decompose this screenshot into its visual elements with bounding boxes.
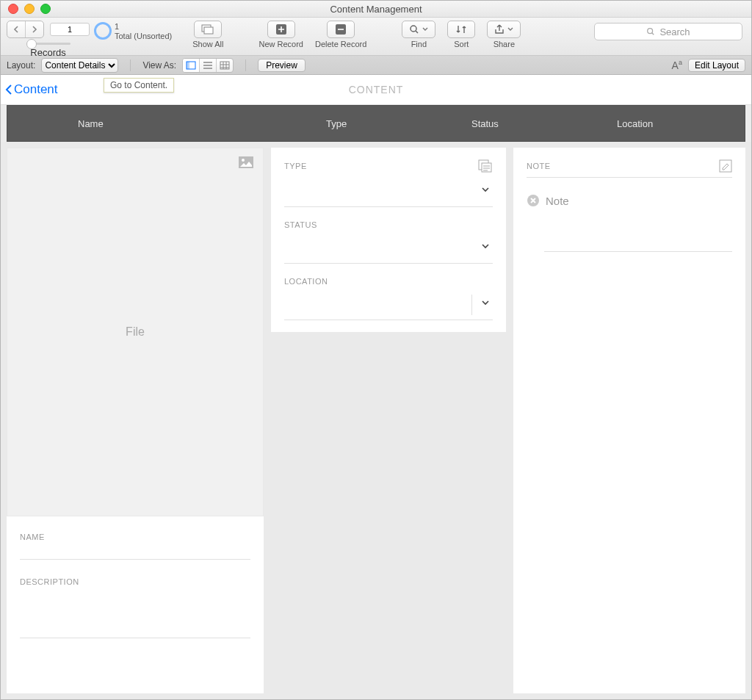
- note-input[interactable]: [544, 251, 732, 252]
- type-label: TYPE: [284, 162, 307, 170]
- svg-point-5: [648, 29, 653, 34]
- panel-left: File NAME DESCRIPTION: [7, 148, 264, 693]
- content-header-band: Name Type Status Location: [7, 105, 745, 142]
- edit-note-button[interactable]: [719, 159, 732, 173]
- plus-icon: [275, 24, 287, 35]
- edit-icon: [719, 159, 732, 173]
- sort-label: Sort: [454, 40, 469, 48]
- share-icon: [494, 24, 505, 35]
- viewas-segment: [182, 58, 234, 73]
- record-nav-segment: [7, 21, 44, 38]
- stack-icon: [201, 24, 214, 35]
- main-toolbar: Records 1 Total (Unsorted) Show All New …: [1, 18, 751, 56]
- view-list-button[interactable]: [200, 59, 216, 72]
- tooltip: Go to Content.: [104, 78, 174, 93]
- image-icon: [238, 156, 254, 169]
- view-table-button[interactable]: [217, 59, 233, 72]
- col-status: Status: [458, 118, 604, 129]
- name-label: NAME: [20, 533, 250, 541]
- delete-record-group: Delete Record: [315, 21, 366, 48]
- table-view-icon: [220, 61, 230, 70]
- chevron-down-icon: [481, 242, 490, 250]
- chevron-down-icon: [481, 186, 490, 193]
- type-detail-icon[interactable]: [478, 159, 493, 173]
- total-label: Total (Unsorted): [115, 32, 172, 41]
- show-all-button[interactable]: [194, 21, 222, 38]
- layout-label: Layout:: [7, 60, 35, 71]
- share-button[interactable]: [487, 21, 521, 38]
- left-fields: NAME DESCRIPTION: [7, 516, 264, 693]
- sort-button[interactable]: [447, 21, 475, 38]
- layout-bar: Layout: Content Details View As: Preview…: [1, 56, 751, 75]
- edit-layout-button[interactable]: Edit Layout: [688, 59, 745, 72]
- search-icon: [646, 27, 655, 36]
- view-form-button[interactable]: [183, 59, 199, 72]
- note-placeholder: Note: [546, 195, 569, 207]
- find-label: Find: [411, 40, 427, 48]
- chevron-down-icon: [507, 26, 513, 32]
- note-row: Note: [527, 194, 732, 207]
- app-window: Content Management Records 1: [0, 0, 752, 700]
- col-type: Type: [313, 118, 458, 129]
- find-group: Find: [402, 21, 435, 48]
- records-nav: Records: [7, 21, 90, 58]
- minus-icon: [335, 24, 347, 35]
- nav-row: Content CONTENT Go to Content.: [1, 75, 751, 105]
- svg-point-4: [411, 26, 416, 32]
- show-all-label: Show All: [192, 40, 223, 48]
- search-placeholder: Search: [659, 26, 690, 37]
- show-all-group: Show All: [192, 21, 223, 48]
- svg-rect-7: [187, 62, 189, 69]
- svg-point-10: [242, 159, 245, 162]
- find-button[interactable]: [402, 21, 435, 38]
- type-dropdown[interactable]: [284, 177, 493, 207]
- new-record-label: New Record: [258, 40, 303, 48]
- col-name: Name: [65, 118, 313, 129]
- preview-button[interactable]: Preview: [258, 59, 306, 72]
- format-icon[interactable]: Aa: [672, 59, 682, 71]
- record-number-input[interactable]: [50, 23, 90, 36]
- search-icon: [409, 24, 419, 35]
- record-prev-button[interactable]: [7, 21, 25, 37]
- list-view-icon: [203, 61, 213, 70]
- panel-right: NOTE Note: [513, 148, 745, 693]
- chevron-down-icon: [422, 26, 428, 32]
- search-input[interactable]: Search: [594, 23, 742, 40]
- delete-note-button[interactable]: [527, 194, 540, 207]
- delete-record-label: Delete Record: [315, 40, 366, 48]
- pie-icon[interactable]: [94, 22, 112, 40]
- share-group: Share: [487, 21, 521, 48]
- svg-rect-1: [204, 27, 213, 34]
- content-body: File NAME DESCRIPTION TYPE STATUS: [1, 142, 751, 699]
- share-label: Share: [494, 40, 515, 48]
- layout-select[interactable]: Content Details: [41, 58, 118, 73]
- close-icon: [527, 194, 540, 207]
- status-dropdown[interactable]: [284, 234, 493, 264]
- form-view-icon: [186, 61, 196, 70]
- new-record-group: New Record: [258, 21, 303, 48]
- titlebar: Content Management: [1, 1, 751, 18]
- location-dropdown[interactable]: [284, 290, 493, 320]
- found-set-indicator: 1 Total (Unsorted): [94, 21, 172, 41]
- status-label: STATUS: [284, 220, 493, 229]
- panel-mid: TYPE STATUS LOCATION: [271, 148, 506, 332]
- svg-rect-13: [720, 160, 731, 172]
- record-slider[interactable]: [26, 40, 70, 47]
- delete-record-button[interactable]: [327, 21, 355, 38]
- description-input[interactable]: [20, 638, 250, 638]
- viewas-label: View As:: [142, 60, 176, 71]
- new-record-button[interactable]: [267, 21, 295, 38]
- total-count: 1: [115, 22, 172, 32]
- file-placeholder: File: [126, 325, 145, 339]
- sort-icon: [455, 24, 467, 35]
- window-title: Content Management: [1, 4, 751, 15]
- file-container[interactable]: File: [7, 148, 264, 516]
- chevron-down-icon: [481, 299, 490, 306]
- location-label: LOCATION: [284, 277, 493, 286]
- col-location: Location: [604, 118, 745, 129]
- description-label: DESCRIPTION: [20, 577, 250, 586]
- record-next-button[interactable]: [26, 21, 43, 37]
- sort-group: Sort: [447, 21, 475, 48]
- note-label: NOTE: [527, 162, 551, 170]
